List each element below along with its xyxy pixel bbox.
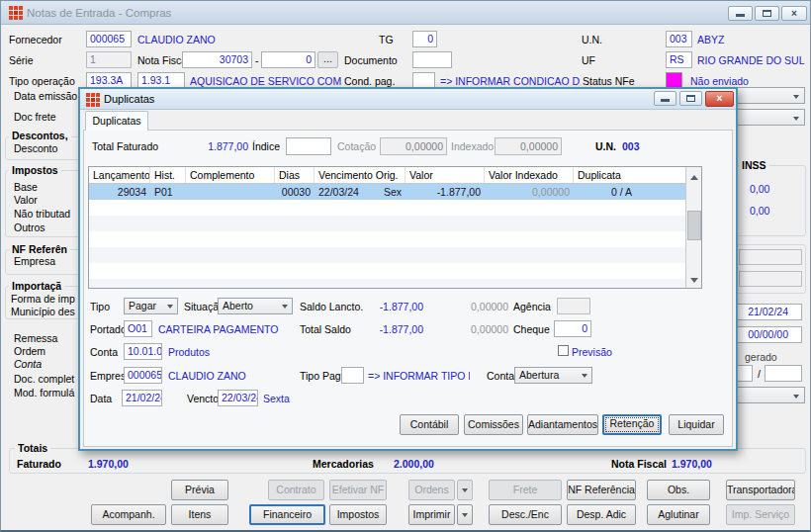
tg-input[interactable]: 0 — [412, 31, 437, 47]
ordens-button[interactable]: Ordens — [408, 480, 455, 500]
gerado-label: gerado — [745, 351, 777, 363]
tipo-pagto-input[interactable] — [341, 367, 364, 384]
efetivar-nf-button[interactable]: Efetivar NF — [329, 480, 387, 500]
col-valor-indexado[interactable]: Valor Indexado — [485, 167, 574, 183]
data-input[interactable]: 21/02/24 — [122, 390, 162, 406]
impostos-button[interactable]: Impostos — [329, 504, 387, 525]
cheque-label: Cheque — [513, 323, 550, 335]
cell-lancamento: 29034 — [89, 184, 150, 200]
comissoes-button[interactable]: Comissões — [464, 414, 523, 435]
tg-label: TG — [379, 34, 394, 45]
nota-fiscal-input[interactable]: 30703 — [182, 51, 252, 68]
dialog-un-label: U.N. — [595, 140, 616, 152]
saldo-lancto-indexado: 0,00000 — [449, 301, 508, 312]
fornecedor-name: CLAUDIO ZANO — [137, 34, 216, 45]
dialog-empresa-code-input[interactable]: 000065 — [124, 367, 162, 384]
sidebar-item-valor: Valor — [14, 194, 38, 206]
minimize-icon — [736, 14, 745, 17]
dialog-logo-icon — [86, 93, 90, 97]
dialog-restore-button[interactable] — [679, 91, 702, 106]
nf-referencia-button[interactable]: NF Referência — [567, 480, 636, 500]
col-vencimento-orig[interactable]: Vencimento Orig. — [315, 167, 406, 183]
grid-vertical-scrollbar[interactable] — [685, 167, 701, 288]
un-code-input[interactable]: 003 — [666, 31, 692, 47]
conta-label: Conta — [90, 346, 118, 358]
frete-button[interactable]: Frete — [489, 480, 562, 500]
imp-servico-button[interactable]: Imp. Serviço — [726, 504, 795, 525]
sidebar-item-base: Base — [14, 181, 38, 193]
window-title: Notas de Entrada - Compras — [27, 7, 171, 19]
col-valor[interactable]: Valor — [406, 167, 485, 183]
financeiro-button[interactable]: Financeiro — [249, 504, 325, 525]
uf-code-input[interactable]: RS — [666, 51, 692, 68]
inss-value-2: 0,00 — [750, 205, 769, 217]
mercadorias-value: 2.000,00 — [394, 458, 434, 470]
col-lancamento[interactable]: Lançamento — [89, 167, 150, 183]
acompanh-button[interactable]: Acompanh. — [91, 504, 166, 525]
col-dias[interactable]: Dias — [275, 167, 315, 183]
dialog-close-button[interactable]: × — [705, 91, 734, 107]
contrato-button[interactable]: Contrato — [268, 480, 324, 500]
indice-input[interactable] — [286, 137, 331, 155]
desp-adic-button[interactable]: Desp. Adic — [567, 504, 636, 525]
close-icon: × — [791, 8, 797, 19]
imprimir-button[interactable]: Imprimir — [408, 504, 455, 525]
desc-enc-button[interactable]: Desc./Enc — [489, 504, 562, 525]
duplicatas-dialog: Duplicatas × Duplicatas Total Faturado 1… — [78, 87, 738, 451]
cotacao-input: 0,00000 — [380, 137, 447, 155]
cell-complemento — [186, 184, 275, 200]
dialog-empresa-name: CLAUDIO ZANO — [168, 370, 246, 382]
scroll-up-button[interactable] — [687, 168, 700, 182]
serie-label: Série — [9, 54, 34, 66]
previa-button[interactable]: Prévia — [171, 480, 228, 500]
dialog-titlebar[interactable]: Duplicatas × — [80, 89, 736, 110]
retencao-button[interactable]: Retenção — [602, 414, 662, 435]
totais-label: Totais — [15, 442, 50, 454]
sidebar-group-impostos: Impostos — [9, 164, 61, 176]
conta-code-input[interactable]: 10.01.01 — [124, 343, 162, 360]
minimize-button[interactable] — [728, 6, 753, 21]
grid-row-selected[interactable]: 29034 P01 00030 22/03/24Sex -1.877,00 0,… — [89, 184, 701, 200]
indexado-label: Indexado — [451, 140, 494, 152]
main-titlebar[interactable]: Notas de Entrada - Compras × — [1, 1, 810, 25]
ordens-dropdown-button[interactable] — [457, 480, 473, 500]
documento-input[interactable] — [412, 51, 452, 68]
gerado-input-2[interactable] — [765, 365, 802, 382]
agencia-input[interactable] — [557, 298, 590, 314]
grid-empty-row — [89, 263, 701, 279]
col-complemento[interactable]: Complemento — [186, 167, 275, 183]
scroll-down-button[interactable] — [687, 273, 700, 287]
dialog-minimize-button[interactable] — [654, 91, 676, 106]
scrollbar-thumb[interactable] — [687, 211, 701, 240]
grid-empty-row — [89, 247, 701, 263]
portador-code-input[interactable]: O01 — [124, 320, 152, 337]
liquidar-button[interactable]: Liquidar — [669, 414, 724, 435]
itens-button[interactable]: Itens — [171, 504, 228, 525]
sidebar-item-doc-completo: Doc. complet — [14, 373, 74, 385]
indice-label: Índice — [252, 140, 280, 152]
col-hist[interactable]: Hist. — [150, 167, 186, 183]
maximize-button[interactable] — [755, 6, 779, 21]
right-disabled-input-1 — [739, 249, 802, 265]
imprimir-dropdown-button[interactable] — [457, 504, 473, 525]
tab-duplicatas[interactable]: Duplicatas — [85, 111, 148, 131]
cheque-input[interactable]: 0 — [554, 320, 591, 337]
cell-valor: -1.877,00 — [406, 184, 485, 200]
aglutinar-button[interactable]: Aglutinar — [647, 504, 710, 525]
uf-label: UF — [582, 54, 595, 66]
nota-fiscal-seq-input[interactable]: 0 — [261, 51, 315, 68]
vencto-input[interactable]: 22/03/24 — [218, 390, 258, 406]
contabil-button[interactable]: Contábil — [400, 414, 459, 435]
col-duplicata[interactable]: Duplicata — [574, 167, 670, 183]
nota-fiscal-browse-button[interactable]: ... — [317, 51, 338, 68]
chevron-down-icon — [462, 513, 468, 520]
cell-vencimento: 22/03/24Sex — [315, 184, 406, 200]
fornecedor-label: Fornecedor — [9, 34, 62, 45]
adiantamentos-button[interactable]: Adiantamentos — [527, 414, 598, 435]
transportadora-button[interactable]: Transportadora — [726, 480, 795, 500]
obs-button[interactable]: Obs. — [647, 480, 710, 500]
fornecedor-code-input[interactable]: 000065 — [86, 31, 132, 47]
close-button[interactable]: × — [781, 6, 807, 21]
main-window: Notas de Entrada - Compras × Fornecedor … — [0, 0, 811, 532]
previsao-checkbox[interactable] — [558, 345, 569, 356]
